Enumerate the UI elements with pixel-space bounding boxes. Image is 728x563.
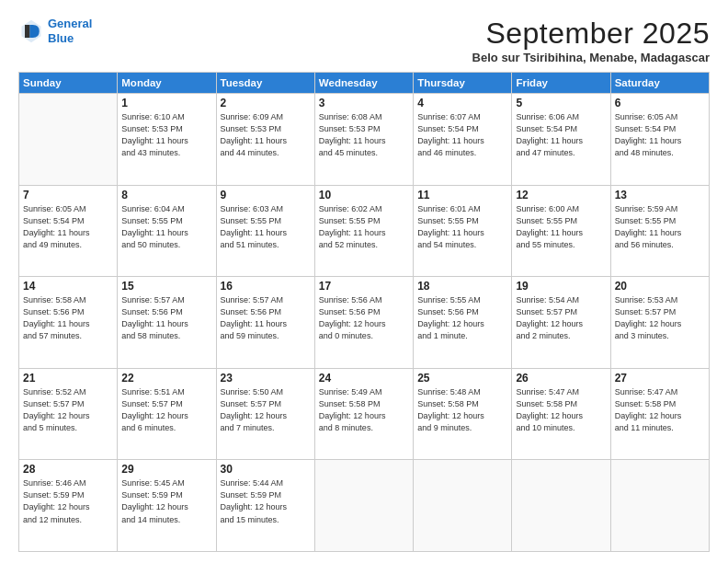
table-row: 14Sunrise: 5:58 AM Sunset: 5:56 PM Dayli…	[19, 277, 118, 369]
location: Belo sur Tsiribihina, Menabe, Madagascar	[472, 51, 710, 64]
day-number: 19	[516, 280, 606, 293]
table-row: 11Sunrise: 6:01 AM Sunset: 5:55 PM Dayli…	[414, 185, 512, 277]
day-info: Sunrise: 5:49 AM Sunset: 5:58 PM Dayligh…	[319, 386, 409, 434]
table-row: 6Sunrise: 6:05 AM Sunset: 5:54 PM Daylig…	[610, 94, 709, 186]
table-row	[610, 460, 709, 552]
day-info: Sunrise: 5:50 AM Sunset: 5:57 PM Dayligh…	[221, 386, 311, 434]
day-info: Sunrise: 5:45 AM Sunset: 5:59 PM Dayligh…	[121, 477, 211, 525]
table-row	[414, 460, 512, 552]
day-number: 30	[221, 463, 311, 476]
table-row: 17Sunrise: 5:56 AM Sunset: 5:56 PM Dayli…	[314, 277, 413, 369]
day-number: 9	[221, 189, 311, 201]
day-number: 15	[121, 280, 211, 293]
table-row: 13Sunrise: 5:59 AM Sunset: 5:55 PM Dayli…	[610, 185, 709, 277]
table-row: 4Sunrise: 6:07 AM Sunset: 5:54 PM Daylig…	[414, 94, 512, 186]
day-number: 12	[516, 189, 606, 201]
day-number: 14	[23, 280, 113, 293]
table-row	[512, 460, 610, 552]
day-number: 21	[23, 372, 113, 385]
table-row: 20Sunrise: 5:53 AM Sunset: 5:57 PM Dayli…	[610, 277, 709, 369]
day-number: 5	[516, 97, 606, 109]
day-info: Sunrise: 5:47 AM Sunset: 5:58 PM Dayligh…	[516, 386, 606, 434]
calendar-week-1: 1Sunrise: 6:10 AM Sunset: 5:53 PM Daylig…	[19, 94, 710, 186]
table-row	[19, 94, 118, 186]
day-info: Sunrise: 6:09 AM Sunset: 5:53 PM Dayligh…	[221, 111, 311, 159]
day-info: Sunrise: 6:01 AM Sunset: 5:55 PM Dayligh…	[417, 203, 507, 251]
day-info: Sunrise: 5:55 AM Sunset: 5:56 PM Dayligh…	[417, 294, 507, 342]
day-info: Sunrise: 6:07 AM Sunset: 5:54 PM Dayligh…	[417, 111, 507, 159]
day-number: 29	[121, 463, 211, 476]
day-number: 16	[221, 280, 311, 293]
table-row: 3Sunrise: 6:08 AM Sunset: 5:53 PM Daylig…	[314, 94, 413, 186]
header-row: Sunday Monday Tuesday Wednesday Thursday…	[19, 73, 710, 94]
day-info: Sunrise: 5:47 AM Sunset: 5:58 PM Dayligh…	[615, 386, 705, 434]
day-info: Sunrise: 5:56 AM Sunset: 5:56 PM Dayligh…	[319, 294, 409, 342]
calendar-week-2: 7Sunrise: 6:05 AM Sunset: 5:54 PM Daylig…	[19, 185, 710, 277]
col-monday: Monday	[118, 73, 216, 94]
day-info: Sunrise: 6:08 AM Sunset: 5:53 PM Dayligh…	[319, 111, 409, 159]
table-row: 9Sunrise: 6:03 AM Sunset: 5:55 PM Daylig…	[216, 185, 314, 277]
table-row: 28Sunrise: 5:46 AM Sunset: 5:59 PM Dayli…	[19, 460, 118, 552]
day-number: 6	[615, 97, 705, 109]
table-row: 22Sunrise: 5:51 AM Sunset: 5:57 PM Dayli…	[118, 368, 216, 460]
day-number: 7	[23, 189, 113, 201]
day-info: Sunrise: 5:48 AM Sunset: 5:58 PM Dayligh…	[417, 386, 507, 434]
header: General Blue September 2025 Belo sur Tsi…	[18, 17, 710, 64]
day-info: Sunrise: 5:59 AM Sunset: 5:55 PM Dayligh…	[615, 203, 705, 251]
day-info: Sunrise: 6:04 AM Sunset: 5:55 PM Dayligh…	[121, 203, 211, 251]
day-info: Sunrise: 5:51 AM Sunset: 5:57 PM Dayligh…	[121, 386, 211, 434]
table-row: 10Sunrise: 6:02 AM Sunset: 5:55 PM Dayli…	[314, 185, 413, 277]
table-row: 8Sunrise: 6:04 AM Sunset: 5:55 PM Daylig…	[118, 185, 216, 277]
table-row: 16Sunrise: 5:57 AM Sunset: 5:56 PM Dayli…	[216, 277, 314, 369]
day-number: 18	[417, 280, 507, 293]
day-info: Sunrise: 6:05 AM Sunset: 5:54 PM Dayligh…	[23, 203, 113, 251]
day-number: 20	[615, 280, 705, 293]
day-info: Sunrise: 5:46 AM Sunset: 5:59 PM Dayligh…	[23, 477, 113, 525]
day-info: Sunrise: 5:57 AM Sunset: 5:56 PM Dayligh…	[221, 294, 311, 342]
calendar-table: Sunday Monday Tuesday Wednesday Thursday…	[18, 72, 710, 552]
col-friday: Friday	[512, 73, 610, 94]
col-saturday: Saturday	[610, 73, 709, 94]
day-number: 26	[516, 372, 606, 385]
logo-text: General Blue	[48, 17, 92, 45]
col-wednesday: Wednesday	[314, 73, 413, 94]
table-row: 23Sunrise: 5:50 AM Sunset: 5:57 PM Dayli…	[216, 368, 314, 460]
table-row: 5Sunrise: 6:06 AM Sunset: 5:54 PM Daylig…	[512, 94, 610, 186]
day-info: Sunrise: 6:02 AM Sunset: 5:55 PM Dayligh…	[319, 203, 409, 251]
col-thursday: Thursday	[414, 73, 512, 94]
day-number: 1	[121, 97, 211, 109]
table-row: 27Sunrise: 5:47 AM Sunset: 5:58 PM Dayli…	[610, 368, 709, 460]
day-info: Sunrise: 6:03 AM Sunset: 5:55 PM Dayligh…	[221, 203, 311, 251]
day-info: Sunrise: 6:00 AM Sunset: 5:55 PM Dayligh…	[516, 203, 606, 251]
day-number: 22	[121, 372, 211, 385]
day-number: 3	[319, 97, 409, 109]
table-row: 19Sunrise: 5:54 AM Sunset: 5:57 PM Dayli…	[512, 277, 610, 369]
day-info: Sunrise: 5:58 AM Sunset: 5:56 PM Dayligh…	[23, 294, 113, 342]
table-row: 7Sunrise: 6:05 AM Sunset: 5:54 PM Daylig…	[19, 185, 118, 277]
day-info: Sunrise: 6:10 AM Sunset: 5:53 PM Dayligh…	[121, 111, 211, 159]
day-info: Sunrise: 6:06 AM Sunset: 5:54 PM Dayligh…	[516, 111, 606, 159]
day-number: 2	[221, 97, 311, 109]
day-number: 10	[319, 189, 409, 201]
table-row: 25Sunrise: 5:48 AM Sunset: 5:58 PM Dayli…	[414, 368, 512, 460]
day-number: 8	[121, 189, 211, 201]
table-row: 1Sunrise: 6:10 AM Sunset: 5:53 PM Daylig…	[118, 94, 216, 186]
day-info: Sunrise: 5:54 AM Sunset: 5:57 PM Dayligh…	[516, 294, 606, 342]
day-info: Sunrise: 5:53 AM Sunset: 5:57 PM Dayligh…	[615, 294, 705, 342]
day-info: Sunrise: 6:05 AM Sunset: 5:54 PM Dayligh…	[615, 111, 705, 159]
day-info: Sunrise: 5:44 AM Sunset: 5:59 PM Dayligh…	[221, 477, 311, 525]
day-info: Sunrise: 5:52 AM Sunset: 5:57 PM Dayligh…	[23, 386, 113, 434]
col-tuesday: Tuesday	[216, 73, 314, 94]
table-row: 26Sunrise: 5:47 AM Sunset: 5:58 PM Dayli…	[512, 368, 610, 460]
logo: General Blue	[18, 17, 92, 45]
table-row: 29Sunrise: 5:45 AM Sunset: 5:59 PM Dayli…	[118, 460, 216, 552]
day-number: 13	[615, 189, 705, 201]
day-info: Sunrise: 5:57 AM Sunset: 5:56 PM Dayligh…	[121, 294, 211, 342]
col-sunday: Sunday	[19, 73, 118, 94]
month-title: September 2025	[472, 17, 710, 51]
day-number: 24	[319, 372, 409, 385]
table-row: 18Sunrise: 5:55 AM Sunset: 5:56 PM Dayli…	[414, 277, 512, 369]
title-block: September 2025 Belo sur Tsiribihina, Men…	[472, 17, 710, 64]
day-number: 11	[417, 189, 507, 201]
day-number: 28	[23, 463, 113, 476]
